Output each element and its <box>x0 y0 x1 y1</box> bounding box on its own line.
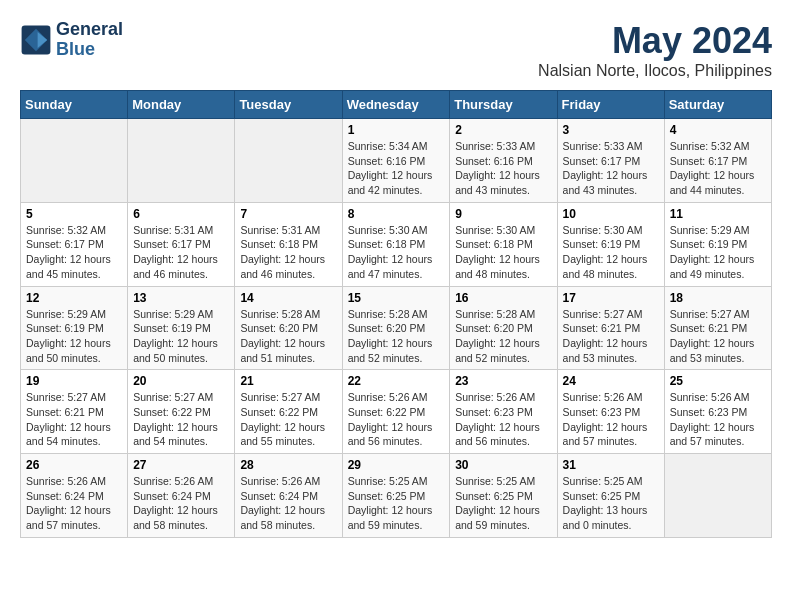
calendar-cell: 27Sunrise: 5:26 AM Sunset: 6:24 PM Dayli… <box>128 454 235 538</box>
day-info: Sunrise: 5:28 AM Sunset: 6:20 PM Dayligh… <box>240 307 336 366</box>
calendar-cell: 28Sunrise: 5:26 AM Sunset: 6:24 PM Dayli… <box>235 454 342 538</box>
calendar-cell <box>21 119 128 203</box>
day-info: Sunrise: 5:27 AM Sunset: 6:21 PM Dayligh… <box>26 390 122 449</box>
day-info: Sunrise: 5:25 AM Sunset: 6:25 PM Dayligh… <box>348 474 445 533</box>
day-info: Sunrise: 5:26 AM Sunset: 6:23 PM Dayligh… <box>563 390 659 449</box>
day-info: Sunrise: 5:32 AM Sunset: 6:17 PM Dayligh… <box>26 223 122 282</box>
calendar-cell: 22Sunrise: 5:26 AM Sunset: 6:22 PM Dayli… <box>342 370 450 454</box>
day-number: 18 <box>670 291 766 305</box>
day-info: Sunrise: 5:30 AM Sunset: 6:18 PM Dayligh… <box>348 223 445 282</box>
day-number: 14 <box>240 291 336 305</box>
weekday-header-monday: Monday <box>128 91 235 119</box>
day-number: 11 <box>670 207 766 221</box>
calendar-cell: 13Sunrise: 5:29 AM Sunset: 6:19 PM Dayli… <box>128 286 235 370</box>
calendar-cell: 24Sunrise: 5:26 AM Sunset: 6:23 PM Dayli… <box>557 370 664 454</box>
day-number: 9 <box>455 207 551 221</box>
day-number: 3 <box>563 123 659 137</box>
calendar-cell: 31Sunrise: 5:25 AM Sunset: 6:25 PM Dayli… <box>557 454 664 538</box>
day-number: 15 <box>348 291 445 305</box>
day-number: 7 <box>240 207 336 221</box>
weekday-header-tuesday: Tuesday <box>235 91 342 119</box>
day-info: Sunrise: 5:25 AM Sunset: 6:25 PM Dayligh… <box>563 474 659 533</box>
weekday-header-row: SundayMondayTuesdayWednesdayThursdayFrid… <box>21 91 772 119</box>
day-info: Sunrise: 5:30 AM Sunset: 6:18 PM Dayligh… <box>455 223 551 282</box>
calendar-cell <box>664 454 771 538</box>
day-info: Sunrise: 5:29 AM Sunset: 6:19 PM Dayligh… <box>670 223 766 282</box>
calendar-cell: 7Sunrise: 5:31 AM Sunset: 6:18 PM Daylig… <box>235 202 342 286</box>
weekday-header-sunday: Sunday <box>21 91 128 119</box>
day-number: 22 <box>348 374 445 388</box>
day-info: Sunrise: 5:28 AM Sunset: 6:20 PM Dayligh… <box>348 307 445 366</box>
weekday-header-saturday: Saturday <box>664 91 771 119</box>
calendar-cell <box>235 119 342 203</box>
day-number: 13 <box>133 291 229 305</box>
calendar-cell: 26Sunrise: 5:26 AM Sunset: 6:24 PM Dayli… <box>21 454 128 538</box>
day-info: Sunrise: 5:32 AM Sunset: 6:17 PM Dayligh… <box>670 139 766 198</box>
day-number: 6 <box>133 207 229 221</box>
day-info: Sunrise: 5:27 AM Sunset: 6:22 PM Dayligh… <box>133 390 229 449</box>
day-info: Sunrise: 5:27 AM Sunset: 6:21 PM Dayligh… <box>670 307 766 366</box>
day-number: 23 <box>455 374 551 388</box>
day-info: Sunrise: 5:34 AM Sunset: 6:16 PM Dayligh… <box>348 139 445 198</box>
logo-icon <box>20 24 52 56</box>
calendar-cell: 12Sunrise: 5:29 AM Sunset: 6:19 PM Dayli… <box>21 286 128 370</box>
day-info: Sunrise: 5:26 AM Sunset: 6:22 PM Dayligh… <box>348 390 445 449</box>
day-info: Sunrise: 5:26 AM Sunset: 6:23 PM Dayligh… <box>455 390 551 449</box>
day-info: Sunrise: 5:26 AM Sunset: 6:24 PM Dayligh… <box>133 474 229 533</box>
day-info: Sunrise: 5:29 AM Sunset: 6:19 PM Dayligh… <box>133 307 229 366</box>
day-number: 17 <box>563 291 659 305</box>
day-number: 26 <box>26 458 122 472</box>
weekday-header-thursday: Thursday <box>450 91 557 119</box>
day-info: Sunrise: 5:26 AM Sunset: 6:24 PM Dayligh… <box>240 474 336 533</box>
calendar-cell: 23Sunrise: 5:26 AM Sunset: 6:23 PM Dayli… <box>450 370 557 454</box>
calendar-week-row: 5Sunrise: 5:32 AM Sunset: 6:17 PM Daylig… <box>21 202 772 286</box>
day-info: Sunrise: 5:29 AM Sunset: 6:19 PM Dayligh… <box>26 307 122 366</box>
calendar-cell: 8Sunrise: 5:30 AM Sunset: 6:18 PM Daylig… <box>342 202 450 286</box>
day-number: 29 <box>348 458 445 472</box>
day-number: 30 <box>455 458 551 472</box>
calendar-week-row: 19Sunrise: 5:27 AM Sunset: 6:21 PM Dayli… <box>21 370 772 454</box>
day-number: 4 <box>670 123 766 137</box>
day-info: Sunrise: 5:30 AM Sunset: 6:19 PM Dayligh… <box>563 223 659 282</box>
calendar-cell: 10Sunrise: 5:30 AM Sunset: 6:19 PM Dayli… <box>557 202 664 286</box>
calendar-cell: 2Sunrise: 5:33 AM Sunset: 6:16 PM Daylig… <box>450 119 557 203</box>
day-number: 1 <box>348 123 445 137</box>
calendar-cell: 11Sunrise: 5:29 AM Sunset: 6:19 PM Dayli… <box>664 202 771 286</box>
day-info: Sunrise: 5:31 AM Sunset: 6:17 PM Dayligh… <box>133 223 229 282</box>
day-number: 10 <box>563 207 659 221</box>
calendar-week-row: 12Sunrise: 5:29 AM Sunset: 6:19 PM Dayli… <box>21 286 772 370</box>
calendar-week-row: 1Sunrise: 5:34 AM Sunset: 6:16 PM Daylig… <box>21 119 772 203</box>
calendar-cell: 21Sunrise: 5:27 AM Sunset: 6:22 PM Dayli… <box>235 370 342 454</box>
day-number: 19 <box>26 374 122 388</box>
day-number: 12 <box>26 291 122 305</box>
calendar-cell <box>128 119 235 203</box>
day-number: 8 <box>348 207 445 221</box>
calendar-cell: 14Sunrise: 5:28 AM Sunset: 6:20 PM Dayli… <box>235 286 342 370</box>
day-number: 20 <box>133 374 229 388</box>
calendar-cell: 18Sunrise: 5:27 AM Sunset: 6:21 PM Dayli… <box>664 286 771 370</box>
page-header: General Blue May 2024 Nalsian Norte, Ilo… <box>20 20 772 80</box>
calendar-cell: 25Sunrise: 5:26 AM Sunset: 6:23 PM Dayli… <box>664 370 771 454</box>
day-number: 25 <box>670 374 766 388</box>
day-info: Sunrise: 5:27 AM Sunset: 6:21 PM Dayligh… <box>563 307 659 366</box>
calendar-cell: 30Sunrise: 5:25 AM Sunset: 6:25 PM Dayli… <box>450 454 557 538</box>
day-info: Sunrise: 5:26 AM Sunset: 6:24 PM Dayligh… <box>26 474 122 533</box>
calendar-cell: 17Sunrise: 5:27 AM Sunset: 6:21 PM Dayli… <box>557 286 664 370</box>
calendar-cell: 4Sunrise: 5:32 AM Sunset: 6:17 PM Daylig… <box>664 119 771 203</box>
day-info: Sunrise: 5:28 AM Sunset: 6:20 PM Dayligh… <box>455 307 551 366</box>
calendar-subtitle: Nalsian Norte, Ilocos, Philippines <box>538 62 772 80</box>
calendar-title: May 2024 <box>538 20 772 62</box>
weekday-header-wednesday: Wednesday <box>342 91 450 119</box>
calendar-week-row: 26Sunrise: 5:26 AM Sunset: 6:24 PM Dayli… <box>21 454 772 538</box>
day-info: Sunrise: 5:33 AM Sunset: 6:16 PM Dayligh… <box>455 139 551 198</box>
calendar-cell: 19Sunrise: 5:27 AM Sunset: 6:21 PM Dayli… <box>21 370 128 454</box>
weekday-header-friday: Friday <box>557 91 664 119</box>
day-number: 28 <box>240 458 336 472</box>
logo: General Blue <box>20 20 123 60</box>
title-block: May 2024 Nalsian Norte, Ilocos, Philippi… <box>538 20 772 80</box>
calendar-cell: 1Sunrise: 5:34 AM Sunset: 6:16 PM Daylig… <box>342 119 450 203</box>
day-info: Sunrise: 5:33 AM Sunset: 6:17 PM Dayligh… <box>563 139 659 198</box>
calendar-cell: 15Sunrise: 5:28 AM Sunset: 6:20 PM Dayli… <box>342 286 450 370</box>
day-number: 5 <box>26 207 122 221</box>
calendar-cell: 3Sunrise: 5:33 AM Sunset: 6:17 PM Daylig… <box>557 119 664 203</box>
